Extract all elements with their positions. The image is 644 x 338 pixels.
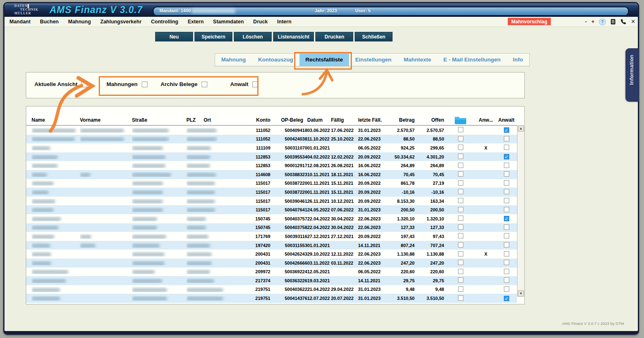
schlieen-button[interactable]: Schließen <box>355 32 392 41</box>
mappe-checkbox[interactable] <box>458 189 463 194</box>
mappe-checkbox[interactable] <box>458 154 463 159</box>
lschen-button[interactable]: Löschen <box>234 32 272 41</box>
information-side-tab[interactable]: Information <box>626 48 639 102</box>
mappe-checkbox[interactable] <box>458 251 463 256</box>
mahnungen-checkbox[interactable] <box>142 82 147 87</box>
table-row[interactable]: 15074550040375822.04.202230.04.202222.06… <box>26 223 517 232</box>
mappe-checkbox[interactable] <box>458 286 463 292</box>
menu-item-extern[interactable]: Extern <box>188 19 204 25</box>
cell-konto: 115017 <box>236 207 270 212</box>
anwalt-checkbox[interactable] <box>504 225 509 230</box>
anwalt-checkbox[interactable] <box>504 198 509 203</box>
menu-item-buchen[interactable]: Buchen <box>40 19 59 25</box>
anwalt-checkbox[interactable] <box>504 277 509 283</box>
mappe-checkbox[interactable] <box>458 207 463 212</box>
mappe-checkbox[interactable] <box>458 180 463 186</box>
table-row[interactable]: 11285390001291712.08.202126.08.202116.06… <box>26 161 517 170</box>
menu-item-stammdaten[interactable]: Stammdaten <box>213 19 244 25</box>
menu-item-controlling[interactable]: Controlling <box>151 19 179 25</box>
mappe-checkbox[interactable] <box>458 233 463 238</box>
anwalt-checkbox[interactable] <box>504 189 509 194</box>
mappe-checkbox[interactable] <box>458 198 463 203</box>
anwalt-checkbox[interactable] <box>252 82 258 87</box>
anwalt-checkbox[interactable] <box>504 171 509 177</box>
mappe-checkbox[interactable] <box>458 225 463 230</box>
table-row[interactable]: 19742050031155301.01.202114.11.2021807,2… <box>26 241 517 250</box>
mappe-checkbox[interactable] <box>458 171 463 177</box>
tab-mahntexte[interactable]: Mahntexte <box>398 54 438 66</box>
notes-icon[interactable] <box>610 19 616 25</box>
mappe-checkbox[interactable] <box>458 127 463 132</box>
table-row[interactable]: 17176950039311627.12.202127.12.202120.09… <box>26 232 517 241</box>
table-row[interactable]: 11285350039553404.02.202212.02.202220.09… <box>26 152 517 161</box>
table-row[interactable]: 11501750039046126.11.202110.12.202120.09… <box>26 197 517 206</box>
anwalt-checkbox[interactable]: ✓ <box>504 216 509 221</box>
table-row[interactable]: 11105250040941803.06.202217.06.202231.01… <box>26 126 517 135</box>
table-row[interactable]: 20043150042624329.10.202212.11.202222.06… <box>26 250 517 259</box>
cell-op-beleg: 900012917 <box>270 163 307 168</box>
table-row[interactable]: 11460850038832310.11.202118.11.202116.06… <box>26 170 517 179</box>
mappe-checkbox[interactable] <box>458 136 463 141</box>
anwalt-checkbox[interactable] <box>504 233 509 238</box>
table-row[interactable]: 21737450036322619.03.202114.11.202129,75… <box>26 276 517 285</box>
tab-info[interactable]: Info <box>507 54 529 66</box>
anwalt-checkbox[interactable] <box>504 163 509 168</box>
table-row[interactable]: 15074550040375722.04.202230.04.202222.06… <box>26 214 517 223</box>
speichern-button[interactable]: Speichern <box>195 32 232 41</box>
mappe-checkbox[interactable] <box>458 242 463 247</box>
mappe-checkbox[interactable] <box>458 260 463 265</box>
tab-mahnung[interactable]: Mahnung <box>215 54 252 66</box>
neu-button[interactable]: Neu <box>155 32 193 41</box>
close-icon[interactable]: ✕ <box>631 18 635 25</box>
tab-einstellungen[interactable]: Einstellungen <box>349 54 398 66</box>
menu-item-zahlungsverkehr[interactable]: Zahlungsverkehr <box>100 19 142 25</box>
anwalt-checkbox[interactable] <box>504 180 509 186</box>
vertical-scrollbar[interactable]: ▲ ▼ <box>517 125 524 297</box>
table-row[interactable]: 11501750040764124.05.202207.06.202231.01… <box>26 205 517 214</box>
table-row[interactable]: 11110950031107001.01.202106.05.2022924,2… <box>26 143 517 152</box>
mappe-checkbox[interactable] <box>458 295 463 301</box>
anwalt-checkbox[interactable] <box>504 260 509 265</box>
table-row[interactable]: 21975150040362221.04.202229.04.202231.01… <box>26 285 517 294</box>
help-icon[interactable]: ? <box>599 18 606 25</box>
zoom-in-icon[interactable]: + <box>592 18 595 25</box>
table-row[interactable]: 20997250036922412.05.202106.05.2022220,6… <box>26 268 517 277</box>
zoom-out-icon[interactable]: - <box>585 18 587 25</box>
anwalt-checkbox[interactable] <box>504 251 509 256</box>
cell-op-beleg: 500426243 <box>270 252 307 256</box>
mahnvorschlag-button[interactable]: Mahnvorschlag <box>508 18 551 25</box>
anwalt-checkbox[interactable]: ✓ <box>504 127 509 133</box>
mappe-checkbox[interactable] <box>458 277 463 283</box>
menu-item-mahnung[interactable]: Mahnung <box>68 19 91 25</box>
scroll-down-icon[interactable]: ▼ <box>518 290 524 297</box>
tab-kontoauszug[interactable]: Kontoauszug <box>252 54 299 66</box>
anwalt-checkbox[interactable] <box>504 136 509 141</box>
drucken-button[interactable]: Drucken <box>315 32 353 41</box>
phone-icon[interactable] <box>620 19 626 25</box>
table-row[interactable]: 11501750038722001.11.202115.11.202120.09… <box>26 188 517 197</box>
menu-item-mandant[interactable]: Mandant <box>9 19 30 25</box>
mappe-checkbox[interactable] <box>458 145 463 150</box>
anwalt-checkbox[interactable]: ✓ <box>504 154 509 159</box>
table-row[interactable]: 20043150042666603.11.202203.11.202222.06… <box>26 259 517 268</box>
anwalt-checkbox[interactable] <box>504 207 509 212</box>
tab-rechtsfallliste[interactable]: Rechtsfallliste <box>299 54 349 66</box>
anwalt-checkbox[interactable] <box>504 286 509 292</box>
mappe-checkbox[interactable] <box>458 216 463 221</box>
anwalt-checkbox[interactable]: ✓ <box>504 296 509 301</box>
anwalt-checkbox[interactable] <box>504 145 509 150</box>
archiv-belege-checkbox[interactable] <box>202 82 207 87</box>
table-row[interactable]: 21975150041437612.07.202220.07.202231.01… <box>26 294 517 303</box>
anwalt-checkbox[interactable] <box>504 242 509 247</box>
table-row[interactable]: 11501750038722001.11.202115.11.202120.09… <box>26 179 517 188</box>
menu-item-intern[interactable]: Intern <box>277 19 292 25</box>
listenansicht-button[interactable]: Listenansicht <box>273 32 314 41</box>
scroll-up-icon[interactable]: ▲ <box>518 125 524 132</box>
tab-e-mail-einstellungen[interactable]: E - Mail Einstellungen <box>437 54 507 66</box>
mappe-checkbox[interactable] <box>458 163 463 168</box>
table-row[interactable]: 11105250042403811.10.202225.10.202222.06… <box>26 135 517 144</box>
anwalt-checkbox[interactable] <box>504 269 509 274</box>
menu-item-druck[interactable]: Druck <box>253 19 268 25</box>
mappe-checkbox[interactable] <box>458 269 463 274</box>
aktuelle-ansicht-checkbox[interactable] <box>82 82 87 87</box>
